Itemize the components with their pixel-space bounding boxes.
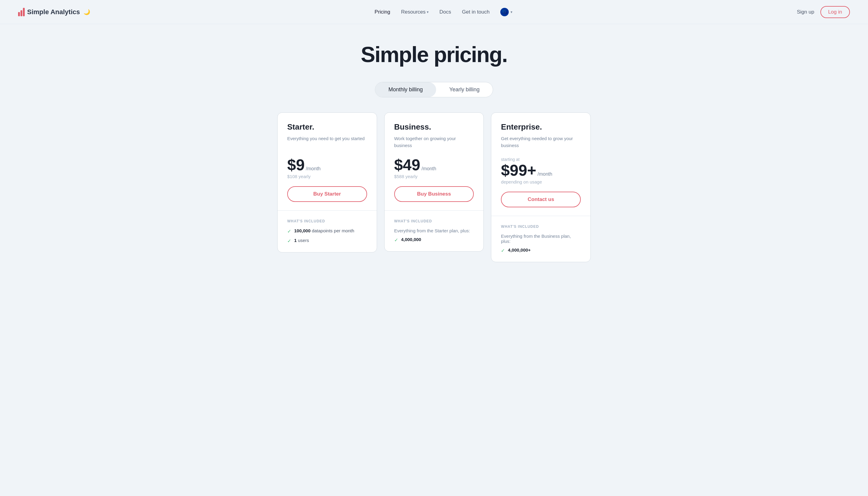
check-icon: ✓ [501, 248, 505, 253]
enterprise-price: $99+ [501, 162, 536, 178]
main-content: Simple pricing. Monthly billing Yearly b… [0, 24, 868, 274]
starter-card: Starter. Everything you need to get you … [277, 112, 377, 252]
enterprise-description: Get everything needed to grow your busin… [501, 135, 581, 150]
business-price: $49 [394, 157, 420, 173]
business-features: Everything from the Starter plan, plus: … [394, 228, 474, 243]
region-selector[interactable]: 🇪🇺 ▾ [500, 8, 512, 16]
starter-yearly: $108 yearly [287, 174, 367, 179]
enterprise-card: Enterprise. Get everything needed to gro… [491, 112, 591, 262]
enterprise-plan-name: Enterprise. [501, 122, 581, 132]
logo-bar-1 [18, 12, 20, 16]
enterprise-features: Everything from the Business plan, plus:… [501, 234, 581, 253]
logo-icon [18, 8, 25, 16]
business-description: Work together on growing your business [394, 135, 474, 150]
enterprise-card-bottom: WHAT'S INCLUDED Everything from the Busi… [491, 216, 590, 262]
business-card: Business. Work together on growing your … [384, 112, 484, 252]
starter-description: Everything you need to get you started [287, 135, 367, 150]
starter-card-top: Starter. Everything you need to get you … [278, 113, 377, 211]
yearly-billing-option[interactable]: Yearly billing [436, 82, 493, 97]
starter-period: /month [306, 166, 321, 171]
starter-feature-1: ✓ 100,000 datapoints per month [287, 228, 367, 234]
check-icon: ✓ [394, 237, 398, 243]
auth-area: Sign up Log in [797, 6, 850, 18]
region-chevron-icon: ▾ [511, 10, 512, 14]
nav-pricing[interactable]: Pricing [375, 9, 390, 15]
enterprise-card-top: Enterprise. Get everything needed to gro… [491, 113, 590, 216]
logo-bar-2 [20, 10, 22, 16]
buy-business-button[interactable]: Buy Business [394, 186, 474, 202]
starter-price: $9 [287, 157, 305, 173]
log-in-button[interactable]: Log in [820, 6, 850, 18]
monthly-billing-option[interactable]: Monthly billing [375, 82, 436, 97]
eu-flag-icon: 🇪🇺 [500, 8, 509, 16]
business-card-bottom: WHAT'S INCLUDED Everything from the Star… [385, 211, 484, 251]
business-card-top: Business. Work together on growing your … [385, 113, 484, 211]
page-title: Simple pricing. [361, 42, 507, 67]
business-plan-name: Business. [394, 122, 474, 132]
pricing-cards: Starter. Everything you need to get you … [277, 112, 591, 262]
enterprise-whats-included-label: WHAT'S INCLUDED [501, 224, 581, 229]
nav-docs[interactable]: Docs [439, 9, 451, 15]
enterprise-period: /month [537, 171, 552, 177]
logo-area: Simple Analytics 🌙 [18, 8, 90, 16]
nav-get-in-touch[interactable]: Get in touch [462, 9, 490, 15]
business-period: /month [421, 166, 436, 171]
enterprise-feature-2: ✓ 4,000,000+ [501, 247, 581, 253]
starter-feature-2: ✓ 1 users [287, 238, 367, 244]
moon-icon: 🌙 [83, 9, 90, 15]
starter-whats-included-label: WHAT'S INCLUDED [287, 219, 367, 223]
enterprise-feature-1: Everything from the Business plan, plus: [501, 234, 581, 244]
enterprise-starting-at: starting at [501, 157, 581, 162]
check-icon: ✓ [287, 238, 291, 244]
starter-plan-name: Starter. [287, 122, 367, 132]
chevron-down-icon: ▾ [427, 10, 429, 14]
nav-resources[interactable]: Resources ▾ [401, 9, 429, 15]
nav-links: Pricing Resources ▾ Docs Get in touch 🇪🇺… [375, 8, 513, 16]
logo-text: Simple Analytics [27, 8, 80, 16]
billing-toggle: Monthly billing Yearly billing [375, 82, 493, 97]
business-yearly: $588 yearly [394, 174, 474, 179]
logo-bar-3 [23, 8, 25, 16]
navbar: Simple Analytics 🌙 Pricing Resources ▾ D… [0, 0, 868, 24]
business-whats-included-label: WHAT'S INCLUDED [394, 219, 474, 223]
starter-card-bottom: WHAT'S INCLUDED ✓ 100,000 datapoints per… [278, 211, 377, 252]
business-price-row: $49 /month [394, 157, 474, 173]
check-icon: ✓ [287, 229, 291, 234]
contact-us-button[interactable]: Contact us [501, 192, 581, 207]
sign-up-link[interactable]: Sign up [797, 9, 815, 15]
buy-starter-button[interactable]: Buy Starter [287, 186, 367, 202]
business-feature-2: ✓ 4,000,000 [394, 237, 474, 243]
business-feature-1: Everything from the Starter plan, plus: [394, 228, 474, 233]
enterprise-price-row: $99+ /month [501, 162, 581, 178]
enterprise-usage-note: depending on usage [501, 179, 581, 184]
starter-price-row: $9 /month [287, 157, 367, 173]
starter-features: ✓ 100,000 datapoints per month ✓ 1 users [287, 228, 367, 244]
